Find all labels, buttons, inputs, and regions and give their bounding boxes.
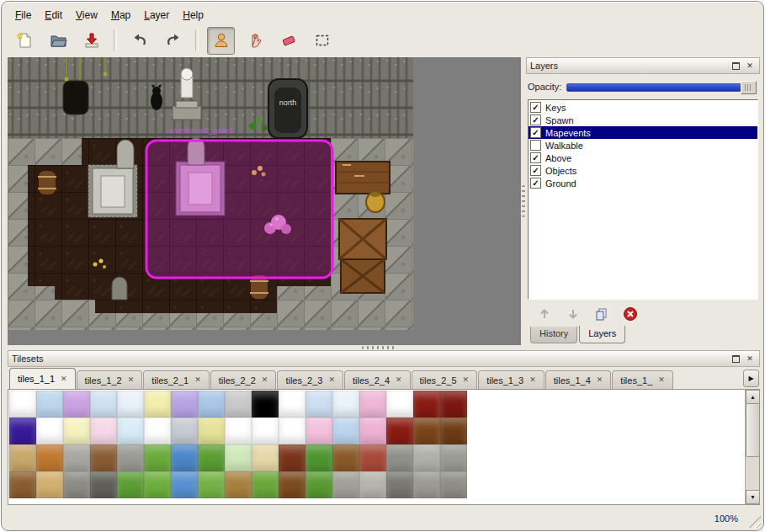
tileset-tile[interactable] — [386, 444, 413, 471]
tileset-tile[interactable] — [252, 444, 279, 471]
tileset-tile[interactable] — [198, 391, 225, 418]
tileset-tile[interactable] — [413, 418, 440, 444]
layer-visibility-checkbox[interactable]: ✓ — [530, 114, 541, 125]
layer-row-walkable[interactable]: Walkable — [529, 139, 757, 152]
tileset-tile[interactable] — [171, 391, 198, 418]
tileset-tile[interactable] — [9, 418, 36, 444]
tileset-tile[interactable] — [90, 391, 117, 418]
tileset-tile[interactable] — [440, 391, 467, 418]
layer-row-ground[interactable]: ✓ Ground — [529, 177, 757, 189]
tileset-tile[interactable] — [117, 471, 144, 498]
tab-close-icon[interactable]: ✕ — [128, 376, 135, 384]
save-button[interactable] — [77, 27, 105, 55]
tileset-tile[interactable] — [144, 418, 171, 444]
paint-tool-button[interactable] — [241, 27, 268, 55]
tileset-tile[interactable] — [305, 471, 332, 498]
map-canvas[interactable]: north caveshrine2_gate1 — [8, 57, 413, 330]
tileset-tile[interactable] — [36, 418, 63, 444]
scroll-down-button[interactable]: ▼ — [746, 490, 760, 504]
tileset-tile[interactable] — [413, 471, 440, 498]
tab-tiles-1-1[interactable]: tiles_1_1✕ — [9, 368, 76, 390]
tileset-tile[interactable] — [90, 471, 117, 498]
tileset-tile[interactable] — [252, 471, 279, 498]
tab-scroll-right-button[interactable]: ▶ — [743, 370, 759, 387]
float-button[interactable] — [730, 61, 741, 72]
tileset-tile[interactable] — [332, 471, 359, 498]
tab-close-icon[interactable]: ✕ — [396, 376, 402, 384]
tileset-tile[interactable] — [252, 391, 279, 418]
tileset-tile[interactable] — [440, 418, 467, 444]
tab-layers[interactable]: Layers — [579, 326, 625, 343]
tab-close-icon[interactable]: ✕ — [529, 376, 536, 384]
tab-tiles-1-3[interactable]: tiles_1_3✕ — [478, 370, 545, 389]
menu-view[interactable]: View — [69, 7, 104, 24]
tab-tiles-2-4[interactable]: tiles_2_4✕ — [344, 370, 411, 389]
layer-visibility-checkbox[interactable]: ✓ — [530, 165, 541, 176]
close-button[interactable]: ✕ — [744, 354, 756, 364]
tileset-tile[interactable] — [36, 444, 63, 471]
tileset-tile[interactable] — [225, 418, 252, 444]
tileset-tile[interactable] — [117, 391, 144, 418]
menu-file[interactable]: File — [8, 7, 38, 24]
tileset-tile[interactable] — [305, 418, 332, 444]
open-button[interactable] — [44, 27, 72, 55]
tileset-tile[interactable] — [144, 444, 171, 471]
tab-close-icon[interactable]: ✕ — [463, 376, 470, 384]
tab-close-icon[interactable]: ✕ — [194, 376, 201, 384]
tileset-tile[interactable] — [359, 391, 386, 418]
tileset-tile[interactable] — [171, 444, 198, 471]
vertical-splitter[interactable] — [522, 185, 525, 217]
layer-visibility-checkbox[interactable] — [530, 140, 541, 151]
tileset-tile[interactable] — [225, 391, 252, 418]
tileset-tile[interactable] — [440, 444, 467, 471]
layer-visibility-checkbox[interactable]: ✓ — [530, 102, 541, 113]
tileset-tile[interactable] — [332, 444, 359, 471]
layer-row-keys[interactable]: ✓ Keys — [529, 101, 757, 114]
tileset-tile[interactable] — [198, 471, 225, 498]
tab-tiles-2-2[interactable]: tiles_2_2✕ — [210, 370, 277, 389]
menu-edit[interactable]: Edit — [38, 7, 69, 24]
tileset-tile[interactable] — [225, 471, 252, 498]
close-button[interactable]: ✕ — [744, 61, 756, 72]
layer-row-mapevents[interactable]: ✓ Mapevents — [529, 126, 757, 139]
tab-history[interactable]: History — [530, 327, 577, 343]
tileset-tile[interactable] — [305, 444, 332, 471]
tileset-tile[interactable] — [171, 418, 198, 444]
tab-tiles-2-5[interactable]: tiles_2_5✕ — [412, 370, 478, 389]
tab-tiles-1-2[interactable]: tiles_1_2✕ — [77, 370, 143, 389]
tileset-tile[interactable] — [279, 471, 305, 498]
undo-button[interactable] — [125, 27, 153, 55]
tab-close-icon[interactable]: ✕ — [597, 376, 603, 384]
scroll-up-button[interactable]: ▲ — [746, 390, 760, 404]
layer-visibility-checkbox[interactable]: ✓ — [530, 152, 541, 163]
layer-visibility-checkbox[interactable]: ✓ — [530, 127, 541, 138]
tileset-tile[interactable] — [279, 444, 305, 471]
horizontal-splitter[interactable] — [362, 346, 396, 349]
layer-visibility-checkbox[interactable]: ✓ — [530, 178, 541, 189]
tileset-tile[interactable] — [90, 444, 117, 471]
tileset-tile[interactable] — [359, 471, 386, 498]
tileset-tile[interactable] — [440, 471, 467, 498]
opacity-slider[interactable] — [566, 82, 757, 92]
opacity-slider-handle[interactable] — [741, 81, 757, 94]
menu-help[interactable]: Help — [176, 7, 210, 24]
layer-row-spawn[interactable]: ✓ Spawn — [529, 114, 757, 126]
tileset-tile[interactable] — [386, 391, 413, 418]
tileset-tile[interactable] — [63, 391, 90, 418]
tab-tiles-1-x[interactable]: tiles_1_✕ — [612, 370, 672, 389]
event-select-tool-button[interactable] — [207, 27, 235, 55]
tileset-tile[interactable] — [279, 418, 305, 444]
tileset-tile[interactable] — [144, 471, 171, 498]
tileset-tile[interactable] — [63, 471, 90, 498]
tileset-tile[interactable] — [90, 418, 117, 444]
tileset-tile[interactable] — [144, 391, 171, 418]
tileset-tile[interactable] — [36, 391, 63, 418]
tileset-tile[interactable] — [386, 418, 413, 444]
tileset-tile[interactable] — [63, 418, 90, 444]
new-file-button[interactable] — [10, 27, 38, 55]
tileset-tile[interactable] — [9, 391, 36, 418]
tileset-tile[interactable] — [413, 391, 440, 418]
tileset-tile[interactable] — [225, 444, 252, 471]
redo-button[interactable] — [159, 27, 187, 55]
tileset-tile[interactable] — [198, 444, 225, 471]
